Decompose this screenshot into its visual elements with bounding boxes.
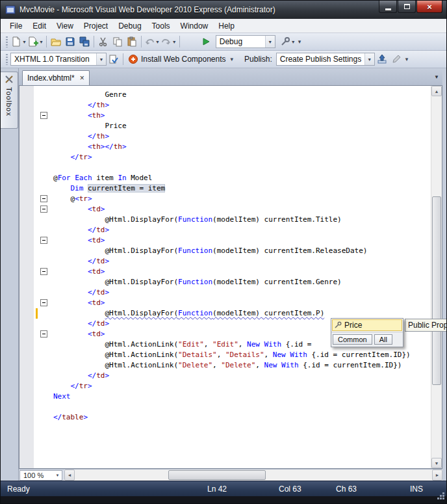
dropdown-arrow-icon: ▼ — [155, 40, 160, 44]
resize-grip[interactable] — [436, 491, 445, 502]
menu-help[interactable]: Help — [213, 20, 240, 33]
code-text[interactable]: @Html.ActionLink("Details", "Details", N… — [53, 350, 411, 360]
code-text[interactable]: </th> — [53, 131, 109, 142]
code-text[interactable]: Price — [53, 121, 127, 131]
fold-collapse-box[interactable] — [40, 268, 47, 275]
intellisense-tab-common[interactable]: Common — [333, 334, 372, 345]
menu-edit[interactable]: Edit — [27, 20, 51, 33]
menu-tools[interactable]: Tools — [147, 20, 175, 33]
toolbar-grip[interactable] — [6, 36, 8, 47]
code-text[interactable]: </tr> — [53, 152, 92, 163]
menu-file[interactable]: File — [5, 20, 27, 33]
publish-settings-combo[interactable]: Create Publish Settings ▼ — [276, 53, 375, 66]
code-line: @Html.DisplayFor(Function(modelItem) cur… — [19, 215, 431, 225]
intellisense-tab-all[interactable]: All — [374, 334, 392, 345]
maximize-button[interactable] — [398, 1, 416, 13]
code-text[interactable]: <td> — [53, 235, 105, 246]
code-text[interactable]: @Html.ActionLink("Delete", "Delete", New… — [53, 360, 402, 371]
code-margin — [19, 235, 53, 246]
fold-collapse-box[interactable] — [40, 330, 47, 338]
toolbar-grip[interactable] — [6, 54, 8, 65]
scroll-up-icon[interactable]: ▲ — [431, 86, 442, 96]
scroll-right-icon[interactable]: ► — [432, 470, 442, 481]
open-file-button[interactable] — [49, 34, 63, 49]
toolbar-overflow-button[interactable]: ▾ — [229, 56, 236, 62]
code-text[interactable]: @<tr> — [53, 194, 92, 204]
code-text[interactable]: @Html.DisplayFor(Function(modelItem) cur… — [53, 308, 324, 319]
fold-collapse-box[interactable] — [40, 206, 47, 213]
code-text[interactable]: </table> — [53, 412, 88, 423]
tab-close-icon[interactable]: × — [80, 74, 84, 82]
fold-collapse-box[interactable] — [40, 195, 47, 202]
code-text[interactable]: <td> — [53, 298, 105, 308]
code-line: <td> — [19, 298, 431, 308]
code-editor[interactable]: Genre </th> <th> Price </th> <th></th> <… — [19, 86, 431, 468]
paste-icon — [127, 36, 137, 47]
scroll-down-icon[interactable]: ▼ — [431, 458, 442, 468]
horizontal-scrollbar-thumb[interactable] — [168, 470, 266, 480]
solution-configuration-combo[interactable]: Debug ▼ — [216, 35, 275, 48]
code-text[interactable]: </td> — [53, 287, 109, 298]
vertical-scrollbar-thumb[interactable] — [432, 196, 441, 385]
menu-project[interactable]: Project — [79, 20, 113, 33]
intellisense-popup: Price Common All — [331, 318, 403, 347]
code-line: Next — [19, 391, 431, 402]
code-text[interactable]: </td> — [53, 371, 109, 381]
intellisense-item-price[interactable]: Price — [332, 319, 402, 331]
code-text[interactable]: </td> — [53, 225, 109, 235]
titlebar[interactable]: MvcMovie - Microsoft Visual Web Develope… — [1, 1, 446, 19]
new-web-site-button[interactable]: ▼ — [10, 34, 27, 49]
code-text[interactable]: @Html.DisplayFor(Function(modelItem) cur… — [53, 215, 342, 225]
dropdown-arrow-icon: ▼ — [96, 53, 106, 65]
code-text[interactable]: <th> — [53, 111, 105, 121]
minimize-button[interactable] — [379, 1, 397, 13]
toolbox-tab[interactable]: Toolbox — [1, 72, 18, 129]
zoom-combo[interactable]: 100 % ▼ — [19, 470, 62, 481]
code-text[interactable]: </tr> — [53, 381, 92, 391]
code-text[interactable]: <th></th> — [53, 142, 127, 152]
undo-button[interactable]: ▼ — [144, 34, 160, 49]
fold-collapse-box[interactable] — [40, 112, 47, 119]
toolbar-overflow-button[interactable]: ▾ — [296, 38, 303, 45]
edit-settings-button[interactable] — [389, 52, 403, 66]
code-text[interactable]: @Html.DisplayFor(Function(modelItem) cur… — [53, 246, 367, 256]
tab-index-vbhtml[interactable]: Index.vbhtml* × — [22, 70, 90, 85]
code-text[interactable]: <td> — [53, 204, 105, 215]
properties-tool-button[interactable]: ▼ — [279, 34, 296, 49]
style-check-button[interactable] — [107, 52, 121, 66]
start-debugging-button[interactable] — [199, 34, 213, 49]
code-text[interactable]: @For Each item In Model — [53, 173, 152, 183]
toolbar-overflow-button[interactable]: ▾ — [403, 56, 411, 62]
copy-button[interactable] — [110, 34, 125, 49]
redo-button[interactable]: ▼ — [160, 34, 177, 49]
code-text[interactable]: Next — [53, 391, 71, 402]
code-text[interactable]: Genre — [53, 90, 127, 100]
publish-button[interactable] — [375, 52, 389, 66]
code-text[interactable]: </td> — [53, 256, 109, 267]
fold-collapse-box[interactable] — [40, 299, 47, 306]
code-text[interactable]: </th> — [53, 100, 109, 111]
horizontal-scrollbar[interactable]: ◄ ► — [64, 470, 442, 481]
add-new-item-button[interactable]: ▼ — [27, 34, 44, 49]
code-text[interactable]: @Html.DisplayFor(Function(modelItem) cur… — [53, 277, 342, 287]
cut-button[interactable] — [96, 34, 110, 49]
code-text[interactable]: <td> — [53, 267, 105, 277]
paste-button[interactable] — [125, 34, 139, 49]
code-text[interactable]: Dim currentItem = item — [53, 183, 165, 194]
code-text[interactable]: @Html.ActionLink("Edit", "Edit", New Wit… — [53, 339, 316, 350]
save-all-button[interactable] — [77, 34, 92, 49]
scroll-left-icon[interactable]: ◄ — [64, 470, 75, 481]
save-button[interactable] — [63, 34, 77, 49]
toolbar-separator — [94, 36, 94, 47]
menu-view[interactable]: View — [51, 20, 79, 33]
code-text[interactable]: </td> — [53, 319, 109, 329]
document-list-dropdown-icon[interactable]: ▼ — [434, 74, 439, 80]
menu-debug[interactable]: Debug — [113, 20, 146, 33]
install-web-components-button[interactable]: Install Web Components — [125, 52, 229, 66]
vertical-scrollbar[interactable]: ▲ ▼ — [431, 86, 442, 468]
close-button[interactable]: × — [416, 1, 442, 13]
menu-window[interactable]: Window — [175, 20, 214, 33]
doctype-validation-combo[interactable]: XHTML 1.0 Transition ▼ — [10, 53, 107, 66]
fold-collapse-box[interactable] — [40, 237, 47, 244]
code-text[interactable]: <td> — [53, 329, 105, 339]
